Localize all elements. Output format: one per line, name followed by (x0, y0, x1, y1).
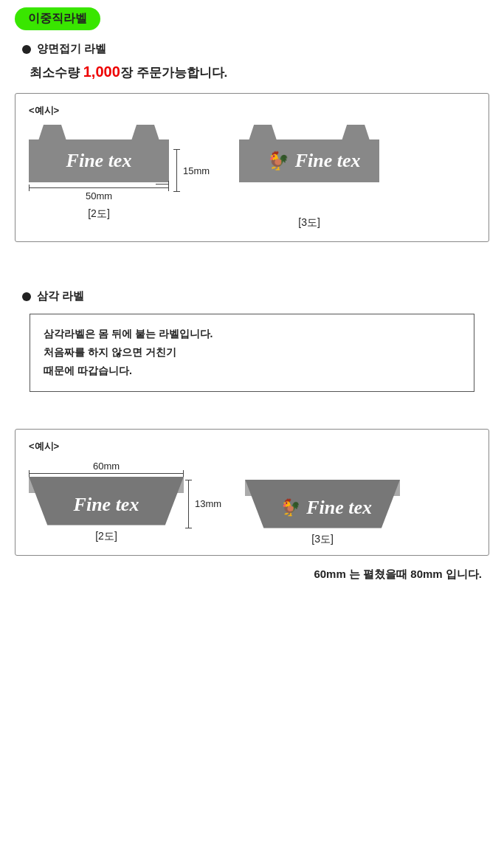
section1-title: 양면접기 라벨 (37, 42, 106, 56)
icon-red-2: 🐓 (280, 498, 300, 517)
info-line2: 처음짜를 하지 않으면 거친기 (44, 343, 460, 362)
tri-caption-2: [3도] (311, 533, 334, 546)
section1-bullet (22, 45, 31, 54)
tab-right-2 (338, 125, 373, 141)
top-badge: 이중직라벨 (15, 7, 100, 30)
footer-note-text: 60mm 는 펼쳤을때 80mm 입니다. (314, 568, 482, 580)
section1-header: 양면접기 라벨 (22, 42, 489, 56)
fold-body-1: Fine tex (29, 139, 169, 182)
caption-1: [2도] (88, 207, 110, 221)
example-label-2: <예시> (29, 440, 475, 453)
min-order-text: 최소수량 1,000장 주문가능합니다. (30, 63, 489, 81)
min-order-highlight: 1,000 (83, 63, 120, 80)
tri-diagram1: 60mm Fine tex [2도] (29, 461, 184, 543)
dim-height-1: 15mm (183, 165, 210, 176)
tab-right-1 (128, 125, 163, 141)
dim-width-1: 50mm (86, 190, 112, 201)
info-line3: 때문에 따갑습니다. (44, 362, 460, 380)
tri-diagram2: 🐓 Fine tex [3도] (245, 461, 400, 546)
example-label-1: <예시> (29, 104, 475, 117)
section2: 삼각 라벨 삼각라벨은 몸 뒤에 붙는 라벨입니다. 처음짜를 하지 않으면 거… (15, 289, 489, 392)
tri-caption-1: [2도] (95, 530, 117, 543)
tri-label-text-1: Fine tex (74, 494, 139, 516)
min-order-suffix: 장 주문가능합니다. (120, 66, 227, 80)
diagram2-3do: 🐓 Fine tex [3도] (239, 125, 379, 230)
badge-label: 이중직라벨 (28, 12, 87, 24)
section2-header: 삼각 라벨 (22, 289, 489, 303)
section2-title: 삼각 라벨 (37, 289, 84, 303)
footer-note: 60mm 는 펼쳤을때 80mm 입니다. (15, 568, 489, 582)
example-box-1: <예시> Fine tex (15, 93, 489, 242)
tri-body-2: 🐓 Fine tex (245, 480, 400, 528)
icon-red-1: 🐓 (267, 151, 289, 171)
tri-label-text-2: Fine tex (306, 497, 372, 519)
caption-2: [3도] (298, 216, 320, 230)
tri-body-1: Fine tex (29, 477, 184, 525)
info-box: 삼각라벨은 몸 뒤에 붙는 라벨입니다. 처음짜를 하지 않으면 거친기 때문에… (30, 314, 474, 392)
section2-bullet (22, 292, 31, 301)
tab-left-1 (35, 125, 70, 141)
example-box-2: <예시> 60mm Fine tex (15, 429, 489, 556)
dim-tri-width: 60mm (93, 461, 120, 472)
info-line1: 삼각라벨은 몸 뒤에 붙는 라벨입니다. (44, 325, 460, 343)
diagram1-2do: Fine tex 50mm (29, 125, 169, 221)
min-order-prefix: 최소수량 (30, 66, 83, 80)
label-text-1: Fine tex (66, 150, 132, 172)
tab-left-2 (245, 125, 280, 141)
fold-body-2: 🐓 Fine tex (239, 139, 379, 182)
dim-tri-height: 13mm (195, 498, 221, 509)
label-text-2: Fine tex (295, 150, 361, 172)
